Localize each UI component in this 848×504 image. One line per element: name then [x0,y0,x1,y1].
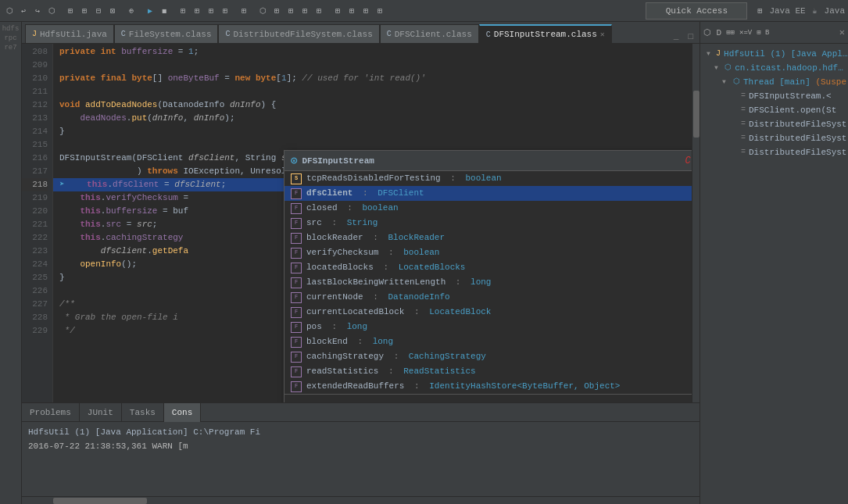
toolbar-icon-21[interactable]: ⊞ [345,5,358,17]
right-panel-close[interactable]: ✕ [839,27,845,38]
toolbar-icon-19[interactable]: ⊞ [313,5,325,17]
code-content[interactable]: private int buffersize = 1; private fina… [53,44,692,402]
run-icon[interactable]: ▶ [144,5,156,17]
ac-icon-currentlocatedblock: F [291,307,302,318]
ac-type-readstatistics: ReadStatistics [403,364,475,379]
toolbar-icon-7[interactable]: ⊟ [92,5,105,17]
toolbar-icon-11[interactable]: ⊞ [177,5,189,17]
ac-item-lastblock[interactable]: F lastBlockBeingWrittenLength : long [284,275,692,290]
tree-arrow-hdfsutil: ▼ [707,47,713,61]
tree-icon-dfsclientopen: = [741,103,746,117]
toolbar-icon-3[interactable]: ↪ [31,5,44,17]
toolbar-icon-13[interactable]: ⊞ [205,5,217,17]
tab-hdfsutil[interactable]: J HdfsUtil.java [25,24,114,43]
ac-item-dfsclient[interactable]: F dfsClient : DFSClient [284,186,692,201]
tab-problems[interactable]: Problems [22,403,80,422]
toolbar-icon-15[interactable]: ⊞ [238,5,250,17]
toolbar-icon-18[interactable]: ⊞ [299,5,311,17]
tree-item-distfs3[interactable]: = DistributedFileSyst [700,145,848,159]
autocomplete-popup: ⊙ DFSInputStream Ctrl + o S tcp [284,150,692,402]
toolbar-icon-22[interactable]: ⊞ [360,5,372,17]
autocomplete-list[interactable]: S tcpReadsDisabledForTesting : boolean F [284,171,692,394]
java-label[interactable]: Java [825,6,845,16]
quick-access-input[interactable]: Quick Access [646,2,747,20]
tree-item-dfsstream[interactable]: = DFSInputStream.< [700,89,848,103]
toolbar-icon-23[interactable]: ⊞ [374,5,386,17]
tab-tasks[interactable]: Tasks [122,403,164,422]
ac-icon-readstatistics: F [291,366,302,377]
toolbar-icon-6[interactable]: ⊞ [78,5,91,17]
code-line-213: deadNodes.put(dnInfo, dnInfo); [53,112,692,125]
ac-item-tcp[interactable]: S tcpReadsDisabledForTesting : boolean [284,171,692,186]
ac-item-extendedread[interactable]: F extendedReadBuffers : IdentityHashStor… [284,379,692,394]
toolbar-icon-5[interactable]: ⊞ [64,5,77,17]
console-text-2: 2016-07-22 21:38:53,361 WARN [m [28,441,188,451]
debug-icon[interactable]: ⬡ [256,5,269,17]
ac-item-src[interactable]: F src : String [284,216,692,231]
ln-229: 229 [22,324,48,338]
ac-item-pos[interactable]: F pos : long [284,320,692,334]
tab-filesystem[interactable]: C FileSystem.class [114,24,219,43]
toolbar-icon-2[interactable]: ↩ [17,5,30,17]
tab-problems-label: Problems [30,408,71,417]
code-line-209 [53,59,692,72]
tree-item-thread[interactable]: ▼ ⬡ Thread [main] (Suspe [700,75,848,89]
editor-scrollbar[interactable] [692,44,700,402]
tab-junit[interactable]: JUnit [80,403,122,422]
ac-colon-verifychecksum: : [383,245,399,260]
ln-225: 225 [22,271,48,284]
tree-item-dfsclientopen[interactable]: = DFSClient.open(St [700,103,848,117]
scrollbar-thumb[interactable] [693,91,700,138]
ac-item-currentlocatedblock[interactable]: F currentLocatedBlock : LocatedBlock [284,305,692,320]
ac-name-readstatistics: readStatistics [306,364,378,379]
ac-item-readstatistics[interactable]: F readStatistics : ReadStatistics [284,364,692,379]
tree-icon-dfsstream: = [741,89,746,103]
toolbar-icon-10[interactable]: ◼ [158,5,170,17]
tree-item-distfs2[interactable]: = DistributedFileSyst [700,131,848,145]
toolbar-icon-1[interactable]: ⬡ [3,5,16,17]
java-ee-label[interactable]: Java EE [769,6,805,16]
tree-item-hdfsutil[interactable]: ▼ J HdfsUtil (1) [Java Application [700,47,848,61]
tree-item-distfs1[interactable]: = DistributedFileSyst [700,117,848,131]
perspective-icon-2[interactable]: ☕ [809,5,821,17]
ac-item-locatedblocks[interactable]: F locatedBlocks : LocatedBlocks [284,260,692,275]
ac-type-blockreader: BlockReader [388,231,445,245]
console-line-2: 2016-07-22 21:38:53,361 WARN [m [28,439,693,453]
maximize-btn[interactable]: □ [685,30,696,43]
tab-dfsinputstream[interactable]: C DFSInputStream.class ✕ [479,24,612,43]
tab-label-filesystem: FileSystem.class [129,30,212,39]
ac-name-closed: closed [306,201,338,216]
toolbar-icon-14[interactable]: ⊞ [219,5,231,17]
toolbar-icon-8[interactable]: ⊠ [106,5,119,17]
toolbar-icon-20[interactable]: ⊞ [331,5,344,17]
ln-221: 221 [22,218,48,231]
ac-icon-blockend: F [291,337,302,348]
bottom-hscroll-thumb[interactable] [53,498,147,504]
minimize-btn[interactable]: _ [671,30,682,43]
tab-close-dfsinputstream[interactable]: ✕ [600,30,605,39]
ac-type-cachingstrategy: CachingStrategy [409,349,486,364]
toolbar-icon-16[interactable]: ⊞ [270,5,283,17]
tree-item-cn[interactable]: ▼ ⬡ cn.itcast.hadoop.hdfs.Hd [700,61,848,75]
toolbar-icon-12[interactable]: ⊞ [191,5,203,17]
ac-item-currentnode[interactable]: F currentNode : DatanodeInfo [284,290,692,305]
tab-distributedfs[interactable]: C DistributedFileSystem.class [218,24,379,43]
ac-item-closed[interactable]: F closed : boolean [284,201,692,216]
tab-dfsclient[interactable]: C DFSClient.class [380,24,479,43]
toolbar-icon-17[interactable]: ⊞ [284,5,297,17]
ac-type-currentnode: DatanodeInfo [388,290,449,305]
ac-type-tcp: boolean [465,171,501,186]
code-line-211 [53,85,692,98]
tab-console[interactable]: Cons [164,403,201,422]
bottom-hscroll[interactable] [22,496,700,504]
toolbar-icon-9[interactable]: ⊕ [125,5,138,17]
ac-item-blockend[interactable]: F blockEnd : long [284,334,692,349]
ac-name-extendedread: extendedReadBuffers [306,379,404,394]
ac-item-cachingstrategy[interactable]: F cachingStrategy : CachingStrategy [284,349,692,364]
perspective-icon-1[interactable]: ⊞ [753,5,766,17]
ln-222: 222 [22,231,48,245]
ac-item-blockreader[interactable]: F blockReader : BlockReader [284,231,692,245]
ac-item-verifychecksum[interactable]: F verifyChecksum : boolean [284,245,692,260]
toolbar-icon-4[interactable]: ⬡ [45,5,58,17]
ac-icon-cachingstrategy: F [291,352,302,363]
